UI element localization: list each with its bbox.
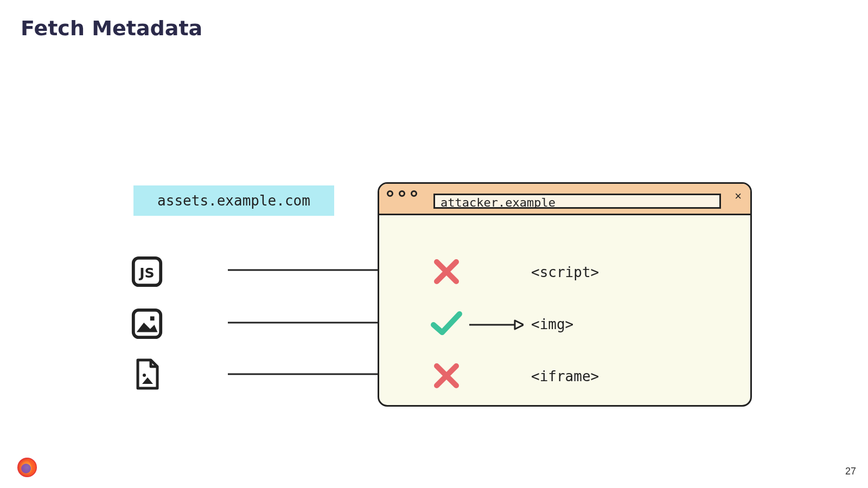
traffic-dot <box>411 190 417 197</box>
status-icon-blocked <box>431 256 462 289</box>
svg-point-10 <box>21 464 31 473</box>
browser-body: <script> <img> <iframe> <box>379 215 750 405</box>
address-bar: attacker.example <box>433 194 721 209</box>
attacker-browser-window: attacker.example × <script> <img> <ifram… <box>378 182 752 407</box>
arrow-icon <box>469 319 524 330</box>
tag-label-img: <img> <box>531 316 573 332</box>
traffic-dot <box>387 190 393 197</box>
status-icon-blocked <box>431 361 462 393</box>
page-number: 27 <box>845 466 856 477</box>
tag-label-script: <script> <box>531 264 599 280</box>
tag-label-iframe: <iframe> <box>531 368 599 384</box>
traffic-lights <box>387 190 417 197</box>
status-icon-allowed <box>429 309 464 341</box>
browser-titlebar: attacker.example × <box>379 184 750 215</box>
firefox-logo-icon <box>15 455 39 479</box>
traffic-dot <box>399 190 405 197</box>
close-icon: × <box>735 189 742 203</box>
